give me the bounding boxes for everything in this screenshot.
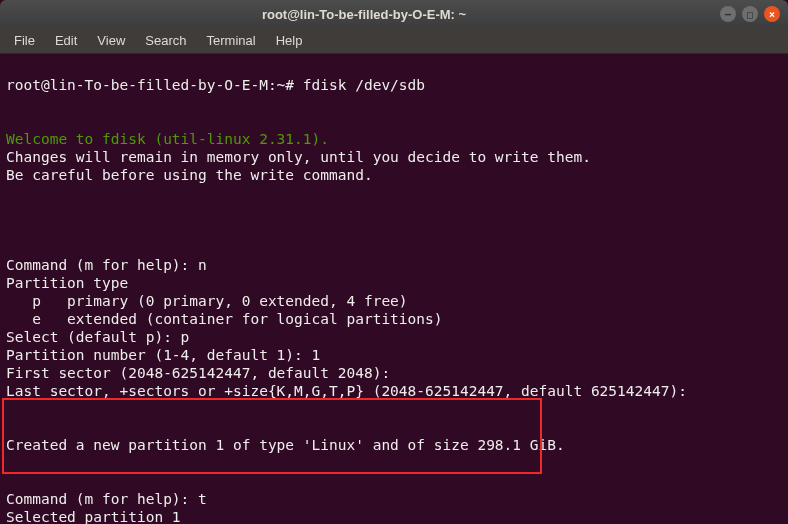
menubar: File Edit View Search Terminal Help <box>0 28 788 54</box>
changes-line: Changes will remain in memory only, unti… <box>6 149 591 165</box>
terminal-area[interactable]: root@lin-To-be-filled-by-O-E-M:~# fdisk … <box>0 54 788 524</box>
last-sector: Last sector, +sectors or +size{K,M,G,T,P… <box>6 383 687 399</box>
menu-search[interactable]: Search <box>137 31 194 50</box>
menu-view[interactable]: View <box>89 31 133 50</box>
careful-line: Be careful before using the write comman… <box>6 167 373 183</box>
blank-line <box>6 400 782 418</box>
terminal-window: root@lin-To-be-filled-by-O-E-M: ~ – □ × … <box>0 0 788 524</box>
menu-help[interactable]: Help <box>268 31 311 50</box>
window-controls: – □ × <box>720 6 780 22</box>
menu-terminal[interactable]: Terminal <box>199 31 264 50</box>
select-default: Select (default p): p <box>6 329 189 345</box>
close-icon[interactable]: × <box>764 6 780 22</box>
window-title: root@lin-To-be-filled-by-O-E-M: ~ <box>8 7 720 22</box>
blank-line <box>6 184 782 202</box>
welcome-line: Welcome to fdisk (util-linux 2.31.1). <box>6 131 329 147</box>
menu-file[interactable]: File <box>6 31 43 50</box>
blank-line <box>6 454 782 472</box>
selected-line: Selected partition 1 <box>6 509 181 524</box>
menu-edit[interactable]: Edit <box>47 31 85 50</box>
cmd-n-line: Command (m for help): n <box>6 257 207 273</box>
ptype-header: Partition type <box>6 275 128 291</box>
titlebar: root@lin-To-be-filled-by-O-E-M: ~ – □ × <box>0 0 788 28</box>
maximize-icon[interactable]: □ <box>742 6 758 22</box>
created-line: Created a new partition 1 of type 'Linux… <box>6 437 565 453</box>
blank-line <box>6 94 782 112</box>
cmd-t-line: Command (m for help): t <box>6 491 207 507</box>
partition-number: Partition number (1-4, default 1): 1 <box>6 347 320 363</box>
ptype-primary: p primary (0 primary, 0 extended, 4 free… <box>6 293 408 309</box>
ptype-extended: e extended (container for logical partit… <box>6 311 443 327</box>
blank-line <box>6 220 782 238</box>
first-sector: First sector (2048-625142447, default 20… <box>6 365 390 381</box>
minimize-icon[interactable]: – <box>720 6 736 22</box>
prompt-line: root@lin-To-be-filled-by-O-E-M:~# fdisk … <box>6 77 425 93</box>
